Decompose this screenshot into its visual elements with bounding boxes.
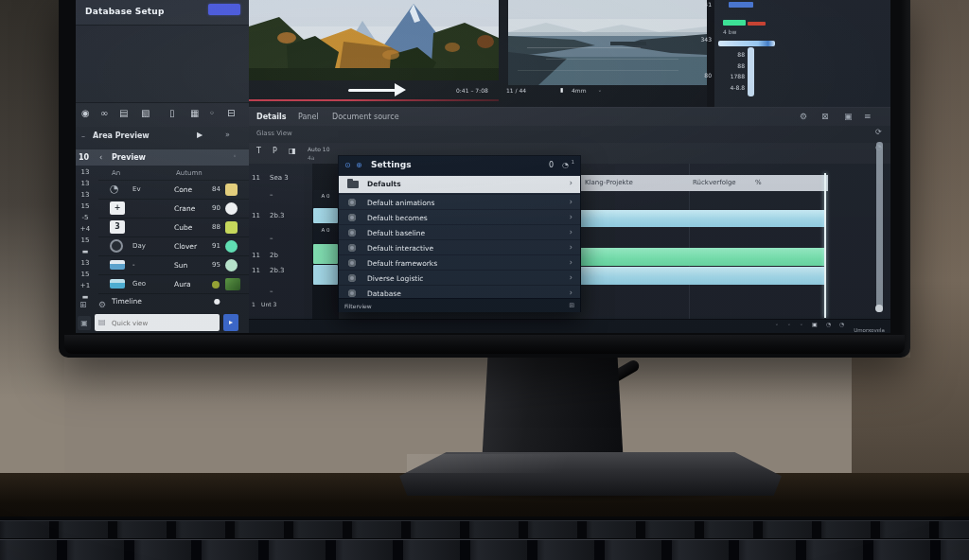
- vertical-scrollbar[interactable]: [876, 142, 883, 312]
- clip-tag[interactable]: A 0: [313, 190, 338, 209]
- editor-app: Database Setup ◉ ∞ ▤ ▧ ▯ ▦ ◦ ⊟ –: [76, 0, 890, 333]
- search-input[interactable]: [110, 315, 218, 332]
- tree-row[interactable]: Geo Aura: [98, 274, 249, 294]
- clock-icon[interactable]: ◔: [826, 322, 831, 327]
- grid-icon[interactable]: ▦: [190, 109, 199, 118]
- submenu-chevron-icon: ›: [570, 273, 573, 282]
- pen-tool-icon[interactable]: P: [273, 147, 277, 155]
- timeline-header-bar[interactable]: Klang-Projekte Rückverfolge %: [579, 175, 828, 191]
- progress-line: [249, 99, 499, 101]
- menu-item[interactable]: Default animations ›: [339, 194, 580, 210]
- snap-icon[interactable]: ⊠: [821, 113, 829, 121]
- timeline-bar-cyan[interactable]: [579, 210, 825, 227]
- tree-row[interactable]: Day Clover 91: [98, 236, 249, 256]
- gear-icon[interactable]: ⚙: [98, 301, 106, 309]
- track-label[interactable]: 2b: [270, 252, 278, 259]
- thumbnail[interactable]: [225, 278, 240, 290]
- menu-item-defaults[interactable]: Defaults ›: [339, 175, 580, 193]
- dot-icon[interactable]: ◦: [800, 322, 803, 327]
- collapse-icon[interactable]: ‹: [99, 153, 102, 162]
- tree-header-number: 10: [79, 153, 89, 162]
- filter-icon[interactable]: ⊞: [569, 302, 574, 309]
- dot-icon[interactable]: ◦: [787, 322, 791, 327]
- video-preview-river: [508, 0, 707, 85]
- primary-action-button[interactable]: [208, 4, 240, 15]
- scrubber-arrow[interactable]: [348, 89, 396, 92]
- track-label[interactable]: 2b.3: [270, 267, 285, 274]
- clip-tag[interactable]: A 0: [313, 224, 338, 245]
- color-swatch[interactable]: [225, 221, 238, 234]
- clock-icon[interactable]: ◔: [562, 161, 569, 169]
- color-swatch[interactable]: [225, 240, 238, 253]
- search-go-button[interactable]: ▸: [223, 314, 238, 331]
- tab-details[interactable]: Details: [256, 113, 287, 121]
- menu-footer[interactable]: Filterview ⊞: [339, 298, 580, 312]
- panel-icon[interactable]: ▣: [812, 322, 818, 327]
- menu-item[interactable]: Default frameworks ›: [339, 254, 580, 271]
- color-swatch[interactable]: [225, 202, 238, 215]
- dot-icon[interactable]: ◦: [233, 153, 237, 160]
- color-swatch[interactable]: [225, 184, 238, 196]
- horizontal-slider[interactable]: [718, 41, 775, 46]
- text-tool-icon[interactable]: T: [256, 147, 261, 155]
- panel-divider: [707, 0, 714, 107]
- timeline-bar-green[interactable]: [579, 248, 825, 266]
- row-number: 15: [76, 269, 95, 280]
- track-label[interactable]: 2b.3: [270, 212, 285, 219]
- tree-row[interactable]: 3 Cube 88: [98, 218, 249, 237]
- tree-header[interactable]: 10 ‹ Preview ◦: [76, 149, 249, 166]
- menu-item[interactable]: Default baseline ›: [339, 224, 580, 240]
- tab-panel[interactable]: Panel: [298, 113, 319, 121]
- film-icon[interactable]: ▤: [119, 109, 128, 118]
- image-icon[interactable]: ▧: [141, 109, 150, 118]
- camera-icon[interactable]: ◉: [81, 109, 90, 118]
- crop-tool-icon[interactable]: ◨: [289, 147, 296, 155]
- color-swatch[interactable]: [212, 281, 220, 289]
- clock-icon[interactable]: ◔: [839, 322, 844, 327]
- pause-icon[interactable]: ▮: [560, 86, 563, 93]
- dash-icon: –: [81, 132, 85, 141]
- tab-document-source[interactable]: Document source: [332, 113, 399, 121]
- link-icon[interactable]: ∞: [100, 109, 108, 118]
- burger-icon[interactable]: ≡: [864, 113, 872, 121]
- filter-icon[interactable]: ⊞: [79, 301, 87, 309]
- timeline-bar-cyan[interactable]: [579, 267, 825, 285]
- bezel-highlight: [901, 0, 910, 358]
- track-label[interactable]: Sea 3: [270, 174, 289, 182]
- clip-green[interactable]: [313, 244, 338, 264]
- play-icon[interactable]: ▶: [197, 131, 203, 139]
- refresh-icon[interactable]: ⟳: [875, 129, 882, 136]
- row-tag: Ev: [132, 185, 141, 193]
- archive-icon[interactable]: ⊟: [227, 109, 235, 118]
- box-icon: +: [110, 201, 125, 215]
- blue-chip[interactable]: [729, 2, 753, 8]
- row-number: +4: [76, 223, 95, 235]
- doc-icon: ▤: [98, 318, 106, 326]
- tree-row[interactable]: + Crane 90: [98, 199, 249, 219]
- menu-footer-label: Filterview: [344, 303, 372, 309]
- vertical-slider[interactable]: [748, 47, 754, 96]
- tree-row[interactable]: ◔ Ev Cone 84: [98, 180, 249, 200]
- playhead[interactable]: [824, 173, 826, 318]
- clip-cyan[interactable]: [313, 208, 338, 223]
- auto-label[interactable]: Auto 10: [308, 146, 329, 152]
- circle-icon: [348, 274, 356, 282]
- dot-icon[interactable]: ◦: [775, 322, 779, 327]
- panel-icon[interactable]: ▣: [844, 113, 853, 121]
- dot-icon[interactable]: ◦: [598, 87, 602, 94]
- tick-label: 41: [695, 1, 712, 8]
- skip-icon[interactable]: »: [225, 131, 230, 139]
- file-icon[interactable]: ▯: [169, 109, 175, 118]
- dot-icon[interactable]: ◦: [209, 109, 215, 118]
- color-swatch[interactable]: [225, 259, 238, 271]
- gear-icon[interactable]: ⚙: [800, 113, 807, 121]
- scrollbar-knob[interactable]: [875, 305, 883, 312]
- panel-toggle-icon[interactable]: ▣: [78, 316, 91, 330]
- tree-row[interactable]: - Sun 95: [98, 255, 249, 275]
- menu-item[interactable]: Default becomes ›: [339, 209, 580, 225]
- timeline-row[interactable]: Timeline ●: [98, 293, 249, 309]
- clip-cyan[interactable]: [313, 265, 338, 285]
- menu-item[interactable]: Diverse Logistic ›: [339, 270, 580, 286]
- scrubber-arrow-head[interactable]: [395, 83, 406, 96]
- menu-item[interactable]: Default interactive ›: [339, 239, 580, 255]
